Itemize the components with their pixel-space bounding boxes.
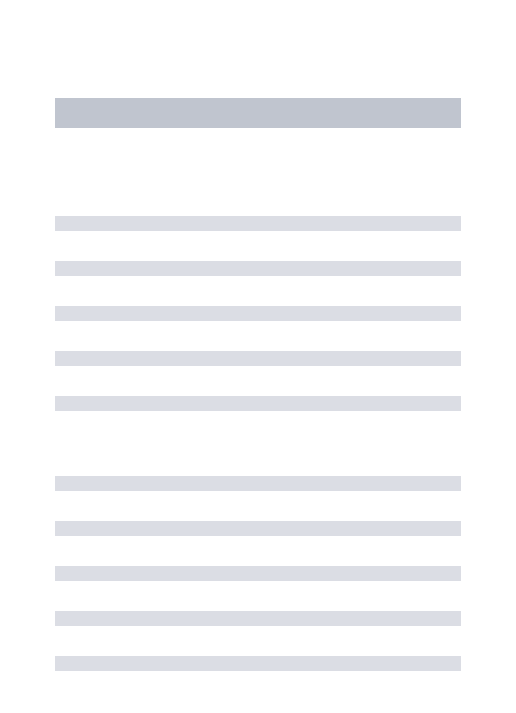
title-bar <box>55 98 461 128</box>
text-line-placeholder <box>55 611 461 626</box>
text-line-placeholder <box>55 476 461 491</box>
text-line-placeholder <box>55 656 461 671</box>
text-line-placeholder <box>55 261 461 276</box>
text-line-placeholder <box>55 351 461 366</box>
text-line-placeholder <box>55 396 461 411</box>
text-line-placeholder <box>55 566 461 581</box>
text-line-placeholder <box>55 521 461 536</box>
text-line-placeholder <box>55 306 461 321</box>
text-line-placeholder <box>55 216 461 231</box>
